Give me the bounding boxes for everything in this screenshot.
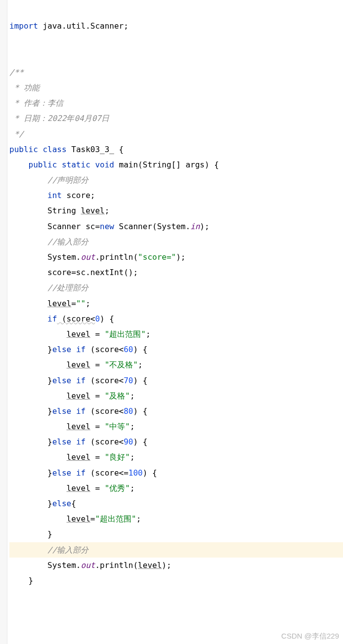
system-out: out (81, 252, 95, 262)
brace-close: } (47, 499, 52, 508)
keyword-public: public (9, 145, 38, 154)
cond: (score<= (86, 468, 129, 478)
string-literal: "超出范围" (95, 514, 136, 523)
method-name: main (119, 160, 138, 169)
javadoc-close: */ (9, 129, 24, 139)
assign: = (90, 360, 105, 369)
keyword-if: if (76, 376, 86, 385)
semicolon: ; (130, 422, 135, 431)
keyword-if: if (76, 468, 86, 478)
system: System. (47, 252, 81, 262)
brace: { (119, 145, 124, 154)
system: System. (47, 561, 81, 570)
cond: (score< (86, 437, 124, 446)
assign: = (90, 514, 95, 523)
string-literal: "超出范围" (105, 329, 146, 339)
cond: (score< (86, 345, 124, 354)
brace-close: } (47, 529, 52, 539)
assign: = (90, 483, 105, 493)
class-name: Task03_3_ (71, 145, 114, 154)
var-level: level (67, 422, 90, 431)
semicolon: ; (130, 452, 135, 462)
keyword-void: void (95, 160, 114, 169)
if-tail: ) { (143, 468, 157, 478)
method-params: (String[] args) { (138, 160, 219, 169)
cond: (score< (86, 376, 124, 385)
number-70: 70 (124, 376, 133, 385)
brace-close: } (47, 376, 52, 385)
paren-end: ); (176, 252, 185, 262)
semicolon: ; (86, 299, 90, 308)
var-level: level (138, 561, 162, 570)
keyword-if: if (47, 314, 57, 323)
comment: //声明部分 (47, 175, 88, 185)
javadoc-open: /** (9, 68, 24, 77)
semicolon: ; (130, 483, 135, 493)
var-level: level (47, 299, 71, 308)
comment: //处理部分 (47, 283, 88, 292)
var-level: level (67, 483, 90, 493)
brace-close: } (47, 468, 52, 478)
keyword-else: else (52, 499, 72, 508)
assign: = (90, 391, 105, 401)
assign: = (90, 329, 105, 339)
keyword-else: else (52, 376, 72, 385)
string-literal: "score=" (138, 252, 176, 262)
code-block: import java.util.Scanner; /** * 功能 * 作者：… (8, 0, 343, 588)
var-level: level (67, 452, 90, 462)
javadoc-line: * 日期：2022年04月07日 (9, 114, 109, 123)
if-tail: ) { (133, 345, 147, 354)
if-cond: (score< (57, 314, 95, 323)
number-80: 80 (124, 406, 133, 416)
javadoc-line: * 功能 (9, 83, 40, 92)
number-90: 90 (124, 437, 133, 446)
println: .println( (95, 561, 138, 570)
scanner-decl: Scanner sc= (47, 222, 100, 231)
var-level: level (81, 206, 105, 215)
string-literal: "中等" (105, 422, 130, 431)
var-decl: score; (62, 191, 95, 200)
gutter (0, 0, 7, 644)
watermark: CSDN @李信229 (281, 632, 339, 641)
read-int: score=sc.nextInt(); (47, 268, 138, 277)
keyword-public: public (29, 160, 57, 169)
keyword-else: else (52, 437, 72, 446)
keyword-new: new (100, 222, 114, 231)
brace-close: } (47, 437, 52, 446)
javadoc-line: * 作者：李信 (9, 98, 63, 108)
comment: //输入部分 (47, 237, 88, 246)
system-in: in (190, 222, 200, 231)
var-level: level (67, 329, 90, 339)
keyword-else: else (52, 468, 72, 478)
paren-end: ); (200, 222, 209, 231)
code-editor: import java.util.Scanner; /** * 功能 * 作者：… (0, 0, 343, 644)
keyword-import: import (9, 21, 38, 31)
var-level: level (67, 514, 90, 523)
println: .println( (95, 252, 138, 262)
var-level: level (67, 360, 90, 369)
var-level: level (67, 391, 90, 401)
keyword-if: if (76, 437, 86, 446)
if-tail: ) { (133, 376, 147, 385)
import-path: java.util.Scanner; (38, 21, 129, 31)
keyword-class: class (43, 145, 66, 154)
string-literal: "优秀" (105, 483, 130, 493)
keyword-if: if (76, 345, 86, 354)
semicolon: ; (138, 360, 143, 369)
brace-close: } (29, 576, 34, 585)
number-0: 0 (95, 314, 100, 323)
number-60: 60 (124, 345, 133, 354)
brace-close: } (47, 406, 52, 416)
string-literal: "良好" (105, 452, 130, 462)
scanner-call: Scanner(System. (114, 222, 190, 231)
semicolon: ; (136, 514, 141, 523)
string-literal: "不及格" (105, 360, 138, 369)
brace-close: } (47, 345, 52, 354)
comment: //输入部分 (47, 545, 88, 555)
keyword-else: else (52, 406, 72, 416)
if-tail: ) { (100, 314, 114, 323)
if-tail: ) { (133, 437, 147, 446)
string-literal: "及格" (105, 391, 130, 401)
cond: (score< (86, 406, 124, 416)
keyword-else: else (52, 345, 72, 354)
